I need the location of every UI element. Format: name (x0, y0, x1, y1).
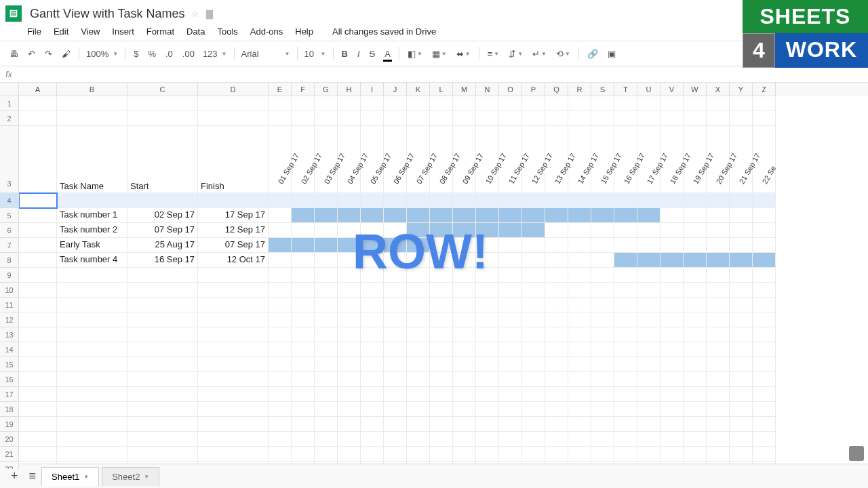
cell[interactable] (568, 208, 591, 223)
row-header[interactable]: 7 (0, 238, 19, 253)
row-header[interactable]: 10 (0, 283, 19, 298)
cell[interactable] (57, 342, 127, 357)
cell[interactable] (338, 372, 361, 387)
cell[interactable] (568, 96, 591, 111)
all-sheets-icon[interactable]: ≡ (24, 466, 42, 486)
cell[interactable] (19, 312, 57, 327)
cell[interactable] (19, 417, 57, 432)
menu-help[interactable]: Help (295, 26, 313, 37)
cell[interactable] (292, 111, 315, 126)
borders-icon[interactable]: ▦▼ (428, 46, 451, 62)
cell[interactable] (568, 372, 591, 387)
cell[interactable] (660, 268, 684, 283)
cell[interactable] (637, 432, 660, 447)
cell[interactable] (453, 96, 476, 111)
cell[interactable] (430, 208, 453, 223)
cell[interactable] (453, 208, 476, 223)
font-select[interactable]: Arial▼ (239, 47, 293, 60)
cell[interactable] (269, 268, 292, 283)
cell[interactable] (292, 447, 315, 462)
cell[interactable] (545, 417, 568, 432)
cell[interactable] (430, 111, 453, 126)
cell[interactable] (753, 193, 776, 208)
undo-icon[interactable]: ↶ (24, 46, 39, 62)
cell[interactable] (522, 96, 545, 111)
cell[interactable] (315, 312, 338, 327)
cell[interactable] (637, 283, 660, 298)
cell[interactable] (269, 387, 292, 402)
cell[interactable] (430, 417, 453, 432)
cell[interactable] (545, 327, 568, 342)
cell[interactable] (453, 111, 476, 126)
cell[interactable] (637, 372, 660, 387)
number-format-select[interactable]: 123▼ (200, 47, 230, 60)
sheet-tab-1[interactable]: Sheet1▼ (41, 467, 99, 486)
cell[interactable] (637, 193, 660, 208)
cell[interactable] (269, 402, 292, 417)
cell[interactable] (384, 208, 407, 223)
cell[interactable] (315, 253, 338, 268)
column-header[interactable]: S (591, 83, 614, 96)
menu-view[interactable]: View (81, 26, 100, 37)
cell[interactable]: 02 Sep 17 (127, 208, 198, 223)
cell[interactable] (384, 417, 407, 432)
cell[interactable] (407, 312, 430, 327)
cell[interactable] (361, 283, 384, 298)
cell[interactable] (19, 223, 57, 238)
cell[interactable] (476, 417, 499, 432)
cell[interactable]: 06 Sep 17 (384, 126, 407, 193)
cell[interactable] (430, 238, 453, 253)
cell[interactable] (637, 111, 660, 126)
cell[interactable] (292, 372, 315, 387)
cell[interactable] (522, 268, 545, 283)
cell[interactable] (730, 402, 753, 417)
cell[interactable] (522, 283, 545, 298)
cell[interactable] (568, 417, 591, 432)
cell[interactable] (660, 342, 684, 357)
cell[interactable] (19, 327, 57, 342)
cell[interactable] (753, 298, 776, 312)
cell[interactable] (384, 268, 407, 283)
column-header[interactable]: D (198, 83, 269, 96)
cell[interactable] (522, 357, 545, 372)
cell[interactable] (545, 312, 568, 327)
cell[interactable] (361, 208, 384, 223)
cell[interactable] (407, 327, 430, 342)
cell[interactable] (730, 223, 753, 238)
cell[interactable] (499, 417, 522, 432)
cell[interactable] (499, 268, 522, 283)
cell[interactable] (198, 193, 269, 208)
cell[interactable]: 01 Sep 17 (269, 126, 292, 193)
cell[interactable] (568, 253, 591, 268)
cell[interactable] (545, 111, 568, 126)
column-header[interactable]: W (684, 83, 707, 96)
cell[interactable] (499, 357, 522, 372)
cell[interactable] (753, 387, 776, 402)
row-header[interactable]: 3 (0, 126, 19, 193)
cell[interactable] (292, 342, 315, 357)
cell[interactable] (753, 223, 776, 238)
cell[interactable] (361, 357, 384, 372)
cell[interactable] (315, 342, 338, 357)
cell[interactable] (292, 223, 315, 238)
cell[interactable] (684, 111, 707, 126)
cell[interactable] (545, 402, 568, 417)
cell[interactable] (499, 283, 522, 298)
cell[interactable] (361, 342, 384, 357)
cell[interactable] (545, 298, 568, 312)
cell[interactable]: 12 Oct 17 (198, 253, 269, 268)
cell[interactable]: 03 Sep 17 (315, 126, 338, 193)
menu-addons[interactable]: Add-ons (250, 26, 283, 37)
column-header[interactable]: U (637, 83, 660, 96)
cell[interactable] (730, 387, 753, 402)
column-header[interactable]: C (127, 83, 198, 96)
cell[interactable] (684, 417, 707, 432)
cell[interactable] (57, 327, 127, 342)
cell[interactable] (545, 96, 568, 111)
cell[interactable] (499, 298, 522, 312)
cell[interactable] (660, 298, 684, 312)
cell[interactable] (522, 402, 545, 417)
cell[interactable] (292, 238, 315, 253)
cell[interactable] (591, 223, 614, 238)
cell[interactable] (684, 96, 707, 111)
